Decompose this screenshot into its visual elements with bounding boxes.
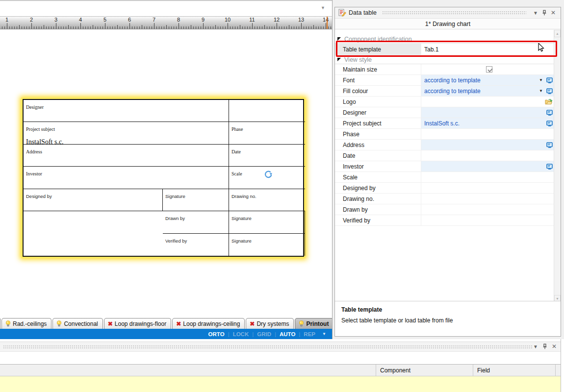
- property-value[interactable]: [421, 107, 554, 118]
- tab-dry-systems[interactable]: ✖ Dry systems: [246, 318, 294, 329]
- property-description: Table template Select table template or …: [335, 301, 561, 336]
- statusbar-dropdown-icon[interactable]: ▼: [322, 332, 326, 336]
- panel-header: Data table ▼ ✕: [335, 7, 561, 19]
- ruler-label: 10: [225, 17, 231, 23]
- rotate-cursor-icon: [263, 170, 273, 179]
- property-value[interactable]: InstalSoft s.c.: [421, 118, 554, 128]
- property-row-project-subject[interactable]: Project subject InstalSoft s.c.: [335, 118, 554, 129]
- section-component-identification[interactable]: Component identification: [335, 35, 554, 44]
- property-value[interactable]: according to template ▼: [421, 75, 554, 85]
- checkbox-checked[interactable]: [486, 66, 492, 73]
- property-row-verified-by[interactable]: Verified by: [335, 215, 554, 226]
- property-row-fill-colour[interactable]: Fill colour according to template ▼: [335, 86, 554, 97]
- property-value[interactable]: [421, 129, 554, 139]
- statusbar-separator: |: [299, 331, 300, 337]
- close-icon[interactable]: ✕: [552, 343, 557, 350]
- property-row-table-template[interactable]: Table template Tab.1: [335, 44, 554, 55]
- ruler-label: 11: [249, 17, 255, 23]
- drawing-canvas[interactable]: Designer Project subject InstalSoft s.c.…: [0, 30, 332, 318]
- chart-cell-investor: Investor: [24, 167, 229, 189]
- table-row-highlighted[interactable]: [0, 376, 561, 392]
- ruler-label: 1: [5, 17, 8, 23]
- close-icon[interactable]: ✕: [549, 9, 557, 16]
- statusbar-toggle-rep[interactable]: REP: [304, 331, 315, 337]
- chart-cell-phase: Phase: [229, 122, 305, 144]
- property-row-drawn-by[interactable]: Drawn by: [335, 204, 554, 215]
- property-value[interactable]: [421, 161, 554, 172]
- property-label: Project subject: [335, 118, 421, 128]
- monitor-icon[interactable]: [546, 164, 553, 170]
- column-header-component: Component: [376, 365, 473, 376]
- property-row-designed-by[interactable]: Designed by: [335, 183, 554, 194]
- property-value[interactable]: [421, 150, 554, 161]
- panel-menu-dropdown-icon[interactable]: ▼: [532, 10, 539, 16]
- description-title: Table template: [341, 306, 554, 313]
- chart-cell-project-subject: Project subject InstalSoft s.c.: [24, 122, 229, 144]
- red-x-icon: ✖: [176, 321, 181, 327]
- property-value[interactable]: [421, 172, 554, 182]
- property-row-maintain-size[interactable]: Maintain size: [335, 64, 554, 75]
- property-grid: Component identification Table template …: [335, 30, 554, 302]
- monitor-icon[interactable]: [546, 142, 553, 148]
- drawing-chart-object[interactable]: Designer Project subject InstalSoft s.c.…: [23, 99, 304, 257]
- section-view-style[interactable]: View style: [335, 55, 554, 64]
- section-label: Component identification: [344, 36, 412, 43]
- tab-loop-drawings-floor[interactable]: ✖ Loop drawings-floor: [104, 318, 171, 329]
- property-row-logo[interactable]: Logo: [335, 97, 554, 107]
- property-row-scale[interactable]: Scale: [335, 172, 554, 183]
- monitor-icon[interactable]: [546, 88, 553, 94]
- chart-cell-verified-by: Verified by: [163, 234, 229, 256]
- tab-rad-ceilings[interactable]: Rad.-ceilings: [1, 318, 51, 329]
- monitor-icon[interactable]: [546, 77, 553, 83]
- tab-partial[interactable]: [0, 318, 0, 329]
- column-header-field: Field: [473, 365, 556, 376]
- property-row-date[interactable]: Date: [335, 150, 554, 161]
- tab-label: Dry systems: [256, 320, 289, 327]
- tab-loop-drawings-ceiling[interactable]: ✖ Loop drawings-ceiling: [172, 318, 245, 329]
- tab-convectional[interactable]: Convectional: [52, 318, 103, 329]
- property-value[interactable]: according to template ▼: [421, 86, 554, 96]
- bulb-icon: [5, 320, 11, 327]
- statusbar-toggle-grid[interactable]: GRID: [257, 331, 271, 337]
- property-row-phase[interactable]: Phase: [335, 129, 554, 140]
- property-value[interactable]: [421, 140, 554, 150]
- panel-menu-dropdown-icon[interactable]: ▼: [533, 344, 538, 349]
- property-value[interactable]: Tab.1: [421, 44, 554, 55]
- monitor-icon[interactable]: [546, 121, 553, 126]
- property-label: Phase: [335, 129, 421, 139]
- chart-cell-signature: Signature: [163, 189, 229, 211]
- chart-label: Drawing no.: [231, 194, 256, 199]
- property-row-font[interactable]: Font according to template ▼: [335, 75, 554, 86]
- pin-icon[interactable]: [542, 343, 547, 349]
- property-row-drawing-no[interactable]: Drawing no.: [335, 194, 554, 204]
- property-value[interactable]: [421, 194, 554, 204]
- property-value[interactable]: [421, 183, 554, 193]
- open-folder-icon[interactable]: [545, 98, 553, 105]
- chart-cell-designer: Designer: [24, 100, 229, 122]
- chart-cell-drawn-by: Drawn by: [163, 211, 229, 233]
- property-value[interactable]: [421, 204, 554, 215]
- ruler-label: 7: [153, 17, 155, 23]
- property-row-address[interactable]: Address: [335, 140, 554, 150]
- collapse-triangle-icon: [337, 58, 341, 61]
- dropdown-arrow-icon[interactable]: ▼: [539, 89, 543, 93]
- column-header-blank: [0, 365, 376, 376]
- scrollbar-vertical[interactable]: ▲ ▼: [554, 30, 561, 302]
- status-bar: ORTO | LOCK | GRID | AUTO | REP ▼: [0, 329, 332, 339]
- statusbar-toggle-lock[interactable]: LOCK: [233, 331, 249, 337]
- monitor-icon[interactable]: [546, 110, 553, 116]
- description-text: Select table template or load table from…: [341, 317, 554, 324]
- property-row-designer[interactable]: Designer: [335, 107, 554, 118]
- statusbar-toggle-orto[interactable]: ORTO: [208, 331, 225, 337]
- statusbar-separator: |: [228, 331, 230, 337]
- property-value[interactable]: [421, 97, 554, 107]
- dropdown-arrow-icon[interactable]: ▼: [539, 78, 543, 82]
- property-row-investor[interactable]: Investor: [335, 161, 554, 172]
- tab-printout[interactable]: Printout: [295, 318, 333, 329]
- selected-object-title: 1* Drawing chart: [335, 19, 561, 29]
- property-value[interactable]: [421, 215, 554, 225]
- scroll-up-icon[interactable]: ▲: [554, 30, 561, 37]
- toolbar-dropdown-icon[interactable]: ▼: [321, 5, 325, 10]
- statusbar-toggle-auto[interactable]: AUTO: [280, 331, 295, 337]
- pin-icon[interactable]: [542, 10, 547, 16]
